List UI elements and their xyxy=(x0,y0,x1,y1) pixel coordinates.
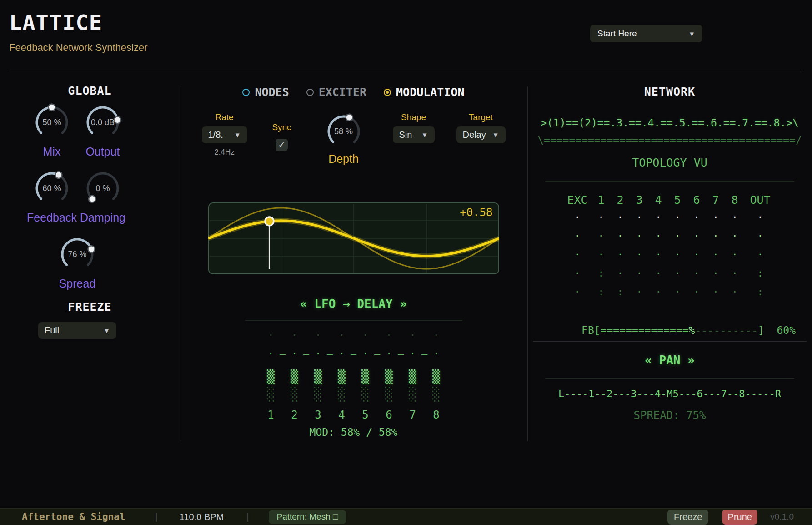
target-dropdown[interactable]: Delay ▼ xyxy=(456,126,506,143)
mix-knob-label: Mix xyxy=(26,145,77,158)
pan-spread-readout: SPREAD: 75% xyxy=(527,409,812,422)
network-title: NETWORK xyxy=(527,85,812,98)
shape-dropdown[interactable]: Sin ▼ xyxy=(393,126,435,143)
freeze-button[interactable]: Freeze xyxy=(667,510,708,525)
target-label: Target xyxy=(456,112,506,122)
vu-grid-row: ·:·······: xyxy=(563,264,776,283)
spread-knob[interactable]: 76 % xyxy=(58,235,96,273)
global-knob-grid: 50 % Mix 0.0 dB Output 60 % Feedback 0 % xyxy=(26,103,128,290)
feedback-knob-group: 60 % Feedback xyxy=(26,169,77,224)
output-knob-label: Output xyxy=(77,145,128,158)
pan-section-divider xyxy=(533,341,807,342)
modulation-panel: NODES EXCITER MODULATION Rate 1/8. ▼ 2.4… xyxy=(180,71,527,441)
plugin-window: LATTICE Feedback Network Synthesizer Sta… xyxy=(0,0,812,525)
network-divider xyxy=(545,181,794,182)
chevron-down-icon: ▼ xyxy=(234,131,241,139)
page-tabs: NODES EXCITER MODULATION xyxy=(180,86,527,99)
output-knob-group: 0.0 dB Output xyxy=(77,103,128,158)
feedback-meter-prefix: FB[ xyxy=(581,324,601,336)
version-label: v0.1.0 xyxy=(770,512,794,522)
vu-grid-row: ·········· xyxy=(563,208,776,227)
damping-knob-label: Damping xyxy=(77,211,128,224)
shape-dropdown-value: Sin xyxy=(399,130,412,140)
footer-separator: | xyxy=(246,512,249,522)
matrix-top-dots: ········ xyxy=(259,330,448,340)
tab-nodes[interactable]: NODES xyxy=(242,86,289,99)
feedback-meter-suffix: ] xyxy=(758,324,764,336)
vu-grid-row: ·::······: xyxy=(563,283,776,301)
radio-circle-icon xyxy=(306,89,314,96)
tab-modulation[interactable]: MODULATION xyxy=(384,86,465,99)
global-panel: GLOBAL 50 % Mix 0.0 dB Output 60 % Feedb… xyxy=(0,71,180,441)
depth-control: 58 % Depth xyxy=(316,112,371,166)
tab-nodes-label: NODES xyxy=(255,86,289,99)
vu-grid-row: ·········· xyxy=(563,245,776,264)
network-topology-line1: >(1)==(2)==.3.==.4.==.5.==.6.==.7.==.8.>… xyxy=(527,117,812,129)
global-title: GLOBAL xyxy=(0,84,180,97)
status-bar: Aftertone & Signal | 110.0 BPM | Pattern… xyxy=(0,508,812,525)
topology-vu-grid: EXC12345678OUT··························… xyxy=(563,192,776,301)
network-topology-line2: \=======================================… xyxy=(527,134,812,146)
mix-knob-value: 50 % xyxy=(33,103,71,141)
feedback-meter-rest: ---------- xyxy=(695,324,757,336)
lfo-wave-display[interactable]: +0.58 xyxy=(208,202,499,274)
checkmark-icon: ✓ xyxy=(278,140,286,150)
target-dropdown-value: Delay xyxy=(463,130,486,140)
mod-depth-matrix: ·········—·—·—·—·—·—·—·▒▒▒▒▒▒▒▒░░░░░░░░1… xyxy=(259,330,448,421)
sync-checkbox[interactable]: ✓ xyxy=(276,139,288,151)
feedback-knob[interactable]: 60 % xyxy=(33,169,71,207)
sync-control: Sync ✓ xyxy=(269,112,295,151)
matrix-dim-blocks: ░░░░░░░░ xyxy=(259,387,448,402)
chevron-down-icon: ▼ xyxy=(492,131,499,139)
pattern-button-label: Pattern: Mesh □ xyxy=(276,512,338,522)
damping-knob-group: 0 % Damping xyxy=(77,169,128,224)
freeze-title: FREEZE xyxy=(0,300,180,313)
freeze-button-label: Freeze xyxy=(674,512,702,522)
freeze-dropdown-value: Full xyxy=(45,325,59,336)
damping-knob-value: 0 % xyxy=(84,169,122,207)
mod-amount-readout: MOD: 58% / 58% xyxy=(180,426,527,438)
shape-label: Shape xyxy=(393,112,435,122)
brand-label: Aftertone & Signal xyxy=(22,511,125,522)
damping-knob[interactable]: 0 % xyxy=(84,169,122,207)
freeze-dropdown[interactable]: Full ▼ xyxy=(38,322,116,339)
app-subtitle: Feedback Network Synthesizer xyxy=(9,42,147,54)
mod-route-label: « LFO → DELAY » xyxy=(180,297,527,311)
matrix-dash-row: ·—·—·—·—·—·—·—· xyxy=(259,349,448,359)
app-title: LATTICE xyxy=(9,10,102,35)
depth-label: Depth xyxy=(316,152,371,166)
topology-vu-title: TOPOLOGY VU xyxy=(527,156,812,169)
pan-title: « PAN » xyxy=(527,353,812,367)
feedback-meter-marker: % xyxy=(689,324,695,336)
vu-grid-row: ·········· xyxy=(563,227,776,245)
rate-control: Rate 1/8. ▼ 2.4Hz xyxy=(202,112,247,157)
feedback-meter-value: 60% xyxy=(777,324,796,336)
matrix-bright-blocks: ▒▒▒▒▒▒▒▒ xyxy=(259,370,448,384)
tab-modulation-label: MODULATION xyxy=(396,86,465,99)
mod-section-divider xyxy=(245,320,462,321)
feedback-meter: FB[==============%----------] 60% xyxy=(527,313,812,348)
pattern-button[interactable]: Pattern: Mesh □ xyxy=(269,510,346,524)
prune-button-label: Prune xyxy=(728,512,752,522)
mix-knob[interactable]: 50 % xyxy=(33,103,71,141)
output-knob[interactable]: 0.0 dB xyxy=(84,103,122,141)
feedback-meter-fill: ============== xyxy=(601,324,689,336)
preset-dropdown[interactable]: Start Here ▼ xyxy=(590,25,702,42)
rate-hz-readout: 2.4Hz xyxy=(202,148,247,157)
radio-selected-icon xyxy=(384,89,391,96)
modulation-controls: Rate 1/8. ▼ 2.4Hz Sync ✓ 58 % Depth xyxy=(180,112,527,166)
depth-knob-value: 58 % xyxy=(325,112,363,151)
chevron-down-icon: ▼ xyxy=(421,131,428,139)
rate-dropdown-value: 1/8. xyxy=(208,130,223,140)
pan-divider xyxy=(545,378,794,379)
prune-button[interactable]: Prune xyxy=(722,510,757,525)
tab-exciter[interactable]: EXCITER xyxy=(306,86,366,99)
spread-knob-group: 76 % Spread xyxy=(26,235,128,290)
matrix-node-numbers: 12345678 xyxy=(259,409,448,421)
chevron-down-icon: ▼ xyxy=(103,327,110,334)
mix-knob-group: 50 % Mix xyxy=(26,103,77,158)
depth-knob[interactable]: 58 % xyxy=(325,112,363,151)
pan-scale: L----1--2---3---4-M5---6---7--8-----R xyxy=(527,388,812,399)
lfo-waveform xyxy=(208,202,499,276)
rate-dropdown[interactable]: 1/8. ▼ xyxy=(202,126,247,143)
